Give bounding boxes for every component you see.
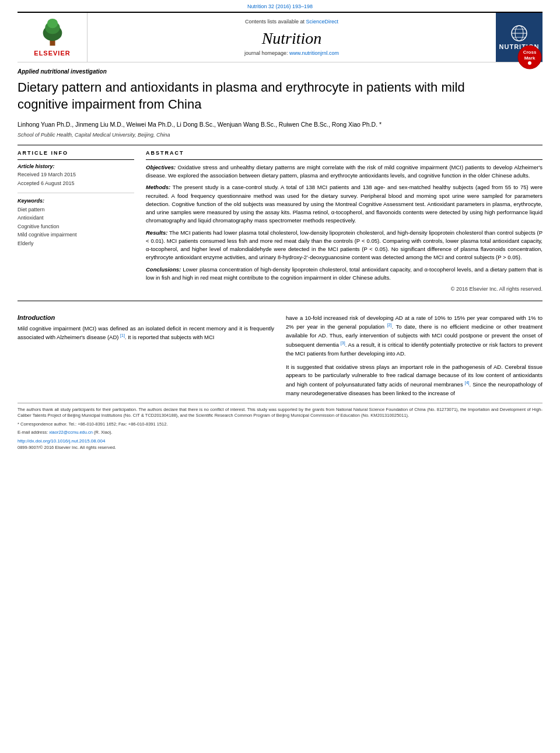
- article-type: Applied nutritional investigation: [18, 68, 542, 75]
- accepted-date: Accepted 6 August 2015: [18, 180, 134, 188]
- sciencedirect-link[interactable]: ScienceDirect: [306, 19, 339, 25]
- acknowledgment-text: The authors thank all study participants…: [18, 407, 542, 419]
- keywords-list: Diet pattern Antioxidant Cognitive funct…: [18, 205, 134, 247]
- conclusions-label: Conclusions:: [146, 266, 181, 273]
- svg-point-3: [47, 19, 57, 28]
- conclusions-text: Lower plasma concentration of high-densi…: [146, 266, 542, 281]
- article-info-abstract: ARTICLE INFO Article history: Received 1…: [18, 150, 542, 294]
- contents-line: Contents lists available at ScienceDirec…: [245, 19, 338, 25]
- authors: Linhong Yuan Ph.D., Jinmeng Liu M.D., We…: [18, 120, 542, 130]
- copyright: © 2016 Elsevier Inc. All rights reserved…: [146, 285, 542, 294]
- introduction-section: Introduction Mild cognitive impairment (…: [18, 314, 542, 398]
- keyword-4: Mild cognitive impairment: [18, 231, 134, 239]
- abstract-header: ABSTRACT: [146, 150, 542, 156]
- methods-text: The present study is a case-control stud…: [146, 184, 542, 224]
- abstract-conclusions: Conclusions: Lower plasma concentration …: [146, 266, 542, 283]
- keywords-label: Keywords:: [18, 198, 134, 204]
- abstract-divider: [146, 159, 542, 160]
- results-text: The MCI patients had lower plasma total …: [146, 229, 542, 261]
- objectives-text: Oxidative stress and unhealthy dietary p…: [146, 164, 542, 179]
- elsevier-logo: ELSEVIER: [34, 50, 70, 57]
- methods-label: Methods:: [146, 184, 170, 190]
- abstract-objectives: Objectives: Oxidative stress and unhealt…: [146, 163, 542, 180]
- intro-left: Introduction Mild cognitive impairment (…: [18, 314, 274, 398]
- intro-right-text-2: It is suggested that oxidative stress pl…: [286, 363, 542, 398]
- abstract-col: ABSTRACT Objectives: Oxidative stress an…: [146, 150, 542, 294]
- keyword-3: Cognitive function: [18, 222, 134, 231]
- ref-1: [1]: [120, 333, 125, 337]
- abstract-results: Results: The MCI patients had lower plas…: [146, 229, 542, 262]
- affiliation: School of Public Health, Capital Medical…: [18, 132, 542, 138]
- journal-homepage: journal homepage: www.nutritionjrnl.com: [244, 50, 339, 56]
- journal-title: Nutrition: [262, 29, 322, 48]
- citation-text: Nutrition 32 (2016) 193–198: [247, 4, 313, 9]
- correspondence-text: * Correspondence author. Tel.: +86-010-8…: [18, 421, 542, 428]
- svg-text:Cross: Cross: [523, 50, 537, 55]
- page-container: Nutrition 32 (2016) 193–198 ELSEVIER Con…: [0, 0, 560, 450]
- title-divider: [18, 145, 542, 145]
- history-label: Article history:: [18, 163, 134, 169]
- intro-left-text: Mild cognitive impairment (MCI) was defi…: [18, 325, 274, 343]
- results-label: Results:: [146, 229, 167, 236]
- nutrition-globe-icon: [509, 25, 530, 42]
- journal-header: ELSEVIER Contents lists available at Sci…: [18, 12, 542, 62]
- svg-text:Mark: Mark: [524, 55, 536, 61]
- received-date: Received 19 March 2015: [18, 171, 134, 179]
- crossmark-icon: Cross Mark: [517, 44, 542, 70]
- article-info-col: ARTICLE INFO Article history: Received 1…: [18, 150, 134, 294]
- elsevier-section: ELSEVIER: [18, 13, 88, 62]
- article-info-header: ARTICLE INFO: [18, 150, 134, 156]
- doi-link[interactable]: http://dx.doi.org/10.1016/j.nut.2015.08.…: [18, 438, 542, 444]
- email-text: E-mail address: xiaor22@ccmu.edu.cn (R. …: [18, 430, 542, 436]
- footnote-area: The authors thank all study participants…: [18, 403, 542, 450]
- article-body: Applied nutritional investigation Cross …: [18, 62, 542, 314]
- journal-center: Contents lists available at ScienceDirec…: [88, 13, 496, 62]
- intro-right: have a 10-fold increased risk of develop…: [286, 314, 542, 398]
- abstract-bottom-divider: [18, 301, 542, 301]
- elsevier-tree-icon: [35, 18, 70, 47]
- ref-3: [3]: [341, 341, 345, 345]
- ref-4: [4]: [465, 381, 470, 385]
- keyword-2: Antioxidant: [18, 214, 134, 222]
- article-title: Dietary pattern and antioxidants in plas…: [18, 79, 473, 113]
- svg-point-12: [528, 61, 531, 65]
- info-divider: [18, 159, 134, 160]
- title-section: Cross Mark Dietary pattern and antioxida…: [18, 79, 542, 113]
- keyword-1: Diet pattern: [18, 205, 134, 214]
- email-link[interactable]: xiaor22@ccmu.edu.cn: [49, 430, 93, 435]
- journal-url[interactable]: www.nutritionjrnl.com: [289, 50, 339, 56]
- crossmark-container: Cross Mark: [517, 44, 542, 71]
- abstract-content: Objectives: Oxidative stress and unhealt…: [146, 163, 542, 294]
- abstract-methods: Methods: The present study is a case-con…: [146, 183, 542, 225]
- keywords-divider: [18, 193, 134, 193]
- introduction-title: Introduction: [18, 314, 274, 321]
- objectives-label: Objectives:: [146, 164, 176, 170]
- citation-bar: Nutrition 32 (2016) 193–198: [0, 0, 560, 12]
- issn-line: 0899-9007/© 2016 Elsevier Inc. All right…: [18, 445, 542, 450]
- ref-2: [2]: [387, 323, 392, 327]
- keyword-5: Elderly: [18, 239, 134, 247]
- intro-right-text-1: have a 10-fold increased risk of develop…: [286, 314, 542, 358]
